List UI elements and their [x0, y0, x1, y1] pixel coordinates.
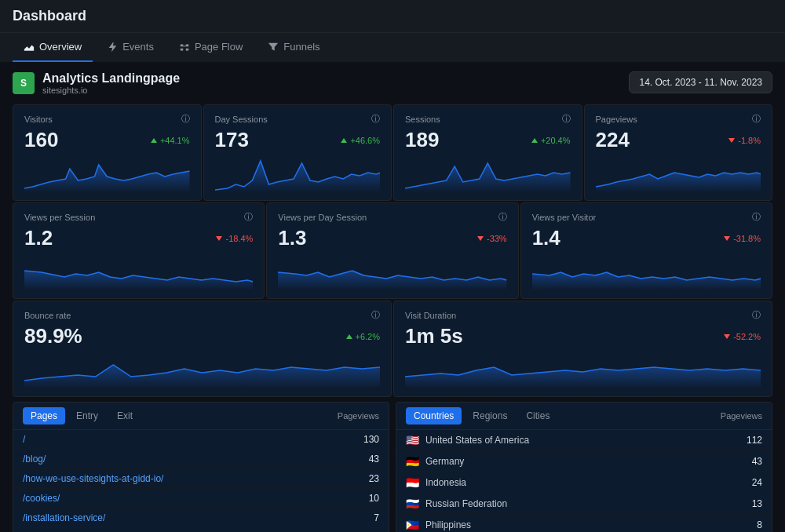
- table-row[interactable]: 🇩🇪Germany43: [396, 451, 772, 472]
- trend-up-icon: [345, 333, 353, 341]
- row-page-label: /: [23, 434, 356, 445]
- row-country-label: 🇷🇺Russian Federation: [406, 497, 739, 510]
- nav-pageflow[interactable]: Page Flow: [168, 33, 254, 62]
- vpv-sparkline: [532, 255, 761, 290]
- table-row[interactable]: /how-we-use-sitesights-at-gidd-io/23: [13, 469, 389, 489]
- table-row[interactable]: 🇮🇩Indonesia24: [396, 472, 772, 494]
- countries-panel: Countries Regions Cities Pageviews 🇺🇸Uni…: [396, 402, 772, 532]
- main-content: S Analytics Landingpage sitesights.io 14…: [0, 62, 785, 532]
- table-row[interactable]: 🇷🇺Russian Federation13: [396, 494, 772, 515]
- pages-table: /130/blog/43/how-we-use-sitesights-at-gi…: [13, 430, 389, 532]
- row-page-label: /installation-service/: [23, 512, 356, 523]
- trend-up-icon: [531, 137, 539, 144]
- info-icon-visitors[interactable]: ⓘ: [181, 113, 190, 125]
- flag-icon: 🇺🇸: [406, 434, 419, 446]
- vpds-value: 1.3: [278, 226, 306, 250]
- pageviews-sparkline: [596, 157, 761, 192]
- table-row[interactable]: /130: [13, 430, 389, 450]
- nav-bar: Overview Events Page Flow Funnels: [0, 32, 785, 62]
- tab-pages[interactable]: Pages: [23, 407, 65, 425]
- sessions-value: 189: [405, 128, 439, 152]
- flag-icon: 🇩🇪: [406, 455, 419, 468]
- trend-down-icon: [723, 333, 731, 341]
- metric-views-per-session: Views per Session ⓘ 1.2 -18.4%: [13, 202, 265, 299]
- row-country-label: 🇩🇪Germany: [406, 455, 739, 468]
- table-row[interactable]: /installation-service/7: [13, 508, 389, 528]
- metric-sessions: Sessions ⓘ 189 +20.4%: [393, 104, 582, 201]
- trend-down-icon: [476, 235, 484, 242]
- row-page-value: 23: [356, 473, 379, 484]
- row-page-label: /cookies/: [23, 493, 356, 504]
- visitors-change: +44.1%: [150, 136, 190, 145]
- bounce-change: +6.2%: [345, 332, 381, 341]
- metrics-row-3: Bounce rate ⓘ 89.9% +6.2% Visit Du: [13, 301, 772, 397]
- row-country-value: 43: [739, 456, 762, 467]
- countries-col-header: Pageviews: [721, 411, 762, 421]
- visit-duration-value: 1m 5s: [405, 324, 463, 348]
- info-icon-vps[interactable]: ⓘ: [244, 211, 253, 223]
- chart-icon: [24, 42, 35, 53]
- row-country-value: 112: [739, 435, 762, 446]
- site-info: Analytics Landingpage sitesights.io: [42, 71, 180, 95]
- site-url: sitesights.io: [42, 86, 180, 95]
- info-icon-duration[interactable]: ⓘ: [752, 309, 761, 321]
- vps-value: 1.2: [24, 226, 53, 250]
- row-country-label: 🇮🇩Indonesia: [406, 476, 739, 489]
- visitors-value: 160: [24, 128, 58, 152]
- row-country-label: 🇵🇭Philippines: [406, 519, 739, 531]
- info-icon-sessions[interactable]: ⓘ: [562, 113, 571, 125]
- flag-icon: 🇵🇭: [406, 519, 419, 531]
- info-icon-bounce[interactable]: ⓘ: [371, 309, 380, 321]
- duration-change: -52.2%: [723, 332, 761, 341]
- day-sessions-value: 173: [215, 128, 249, 152]
- vps-change: -18.4%: [215, 234, 253, 243]
- metrics-row-2: Views per Session ⓘ 1.2 -18.4% Vie: [13, 202, 772, 299]
- sessions-sparkline: [405, 157, 571, 192]
- metric-day-sessions: Day Sessions ⓘ 173 +46.6%: [203, 104, 392, 201]
- info-icon-vpv[interactable]: ⓘ: [752, 211, 761, 223]
- vpds-change: -33%: [476, 234, 507, 243]
- trend-down-icon: [728, 137, 736, 144]
- pages-panel: Pages Entry Exit Pageviews /130/blog/43/…: [13, 402, 389, 532]
- table-row[interactable]: 🇵🇭Philippines8: [396, 515, 772, 532]
- table-row[interactable]: 🇺🇸United States of America112: [396, 430, 772, 451]
- visitors-sparkline: [24, 157, 190, 192]
- metric-views-per-visitor: Views per Visitor ⓘ 1.4 -31.8%: [520, 202, 772, 299]
- info-icon-pageviews[interactable]: ⓘ: [752, 113, 761, 125]
- row-page-value: 43: [356, 454, 379, 465]
- tab-countries[interactable]: Countries: [406, 407, 462, 425]
- svg-rect-0: [24, 49, 34, 50]
- nav-overview[interactable]: Overview: [13, 33, 93, 62]
- row-country-value: 13: [739, 498, 762, 509]
- duration-sparkline: [405, 353, 761, 388]
- pageviews-change: -1.8%: [728, 136, 761, 145]
- tab-regions[interactable]: Regions: [465, 407, 515, 425]
- row-page-label: /blog/: [23, 454, 356, 465]
- flow-icon: [179, 42, 190, 53]
- info-icon-day-sessions[interactable]: ⓘ: [371, 113, 380, 125]
- countries-table: 🇺🇸United States of America112🇩🇪Germany43…: [396, 430, 772, 532]
- bottom-section: Pages Entry Exit Pageviews /130/blog/43/…: [13, 402, 772, 532]
- tab-entry[interactable]: Entry: [68, 407, 106, 425]
- site-logo: S: [13, 72, 35, 94]
- row-page-value: 10: [356, 493, 379, 504]
- row-page-label: /how-we-use-sitesights-at-gidd-io/: [23, 473, 356, 484]
- metric-visitors: Visitors ⓘ 160 +44.1%: [13, 104, 202, 201]
- trend-up-icon: [150, 137, 158, 144]
- day-sessions-change: +46.6%: [340, 136, 380, 145]
- pageviews-value: 224: [596, 128, 630, 152]
- metric-visit-duration: Visit Duration ⓘ 1m 5s -52.2%: [393, 301, 772, 397]
- row-country-value: 8: [739, 519, 762, 530]
- row-page-value: 7: [356, 512, 379, 523]
- vpds-sparkline: [278, 255, 506, 290]
- nav-funnels[interactable]: Funnels: [257, 33, 330, 62]
- info-icon-vpds[interactable]: ⓘ: [498, 211, 507, 223]
- nav-events[interactable]: Events: [96, 33, 165, 62]
- table-row[interactable]: /contact/4: [13, 528, 389, 532]
- table-row[interactable]: /cookies/10: [13, 489, 389, 508]
- row-page-value: 130: [356, 434, 379, 445]
- table-row[interactable]: /blog/43: [13, 450, 389, 469]
- date-range-badge[interactable]: 14. Oct. 2023 - 11. Nov. 2023: [629, 71, 772, 93]
- tab-cities[interactable]: Cities: [518, 407, 557, 425]
- tab-exit[interactable]: Exit: [109, 407, 141, 425]
